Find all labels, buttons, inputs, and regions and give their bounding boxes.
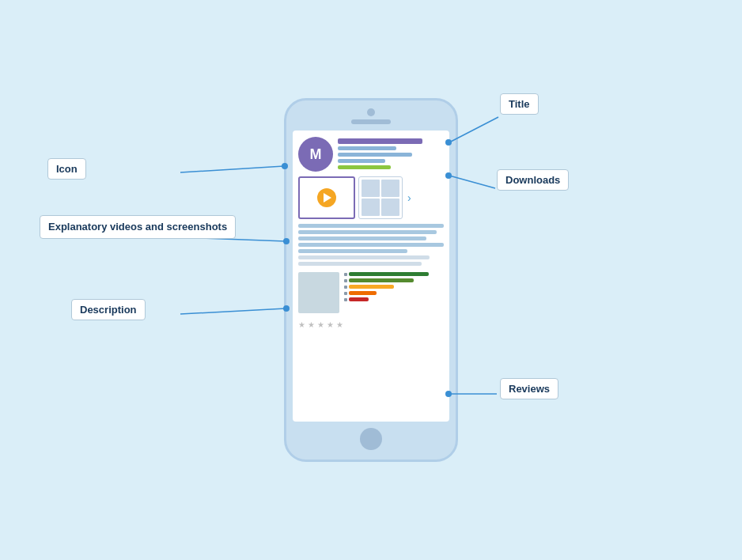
star-3: ★ [317,320,324,329]
review-dot-2 [344,292,347,295]
title-label: Title [500,93,539,115]
desc-bar-3 [298,236,426,240]
review-row-1 [344,297,444,301]
phone-speaker [351,119,391,124]
app-info [338,137,444,169]
downloads-label: Downloads [497,169,569,191]
review-bar-2 [349,291,377,295]
app-icon: M [298,137,333,172]
reviews-section [298,272,444,313]
desc-bar-1 [298,224,444,228]
review-image [298,272,339,313]
app-header-section: M [298,137,444,172]
phone-mockup: M › [284,98,458,462]
grid-cell-3 [362,199,380,216]
desc-bar-5 [298,249,407,253]
grid-cell-1 [362,180,380,197]
svg-line-9 [180,308,286,314]
grid-cell-2 [381,180,399,197]
review-row-4 [344,278,444,282]
star-5: ★ [336,320,343,329]
play-button[interactable] [317,188,336,207]
grid-screenshot [358,176,403,219]
review-row-5 [344,272,444,276]
review-dot-3 [344,286,347,289]
explanatory-label: Explanatory videos and screenshots [40,215,236,239]
svg-line-5 [180,166,284,172]
icon-label: Icon [47,158,86,180]
desc-bar-4 [298,243,444,247]
app-sub-bar-3 [338,159,385,163]
review-dot-4 [344,279,347,282]
app-sub-bar-1 [338,146,396,150]
phone-screen: M › [293,131,449,422]
stars-row: ★ ★ ★ ★ ★ [298,320,444,329]
desc-bar-6 [298,255,430,259]
review-dot-1 [344,298,347,301]
description-label: Description [71,299,146,320]
review-row-3 [344,285,444,289]
chevron-right-icon[interactable]: › [407,191,411,204]
review-dot-5 [344,273,347,276]
review-bar-1 [349,297,369,301]
star-4: ★ [327,320,334,329]
review-bar-4 [349,278,414,282]
app-download-bar [338,165,391,169]
video-screenshot [298,176,355,219]
review-bar-3 [349,285,394,289]
review-row-2 [344,291,444,295]
desc-bar-7 [298,262,422,266]
phone-camera [367,108,375,116]
description-section [298,224,444,266]
phone-home-button[interactable] [360,428,382,450]
grid-cell-4 [381,199,399,216]
play-icon [324,193,331,202]
desc-bar-2 [298,230,437,234]
review-bars [344,272,444,313]
review-bar-5 [349,272,429,276]
reviews-label: Reviews [500,378,558,399]
star-2: ★ [308,320,315,329]
screenshots-section: › [298,176,444,219]
star-1: ★ [298,320,305,329]
app-sub-bar-2 [338,153,412,157]
app-title-bar [338,138,422,144]
